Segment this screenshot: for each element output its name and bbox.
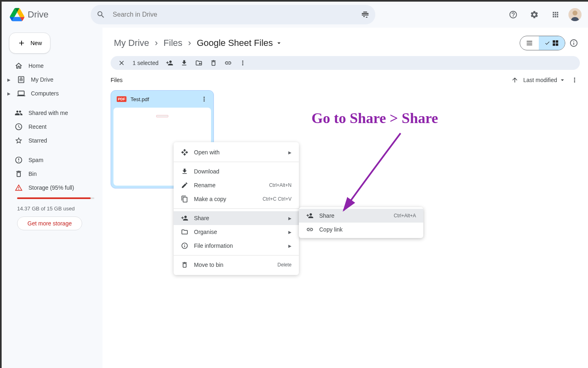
move-icon[interactable]	[195, 59, 203, 67]
details-button[interactable]	[569, 39, 578, 48]
info-icon	[181, 242, 188, 249]
breadcrumb: My Drive › Files › Google Sheet Files	[111, 36, 286, 50]
sidebar-item-my-drive[interactable]: ▶My Drive	[7, 73, 99, 86]
sidebar-label: Computers	[31, 90, 59, 97]
grid-icon	[552, 39, 559, 47]
sidebar-item-computers[interactable]: ▶Computers	[7, 87, 99, 100]
sort-dropdown[interactable]: Last modified	[523, 76, 566, 84]
computers-icon	[17, 89, 25, 97]
search-icon	[96, 10, 105, 19]
crumb-current[interactable]: Google Sheet Files	[194, 36, 286, 50]
more-icon[interactable]	[239, 59, 246, 67]
sidebar-label: Home	[28, 63, 44, 69]
sidebar-item-shared[interactable]: Shared with me	[7, 106, 99, 119]
spam-icon	[15, 156, 23, 164]
sidebar-label: Recent	[28, 123, 46, 130]
rename-icon	[181, 182, 188, 189]
bin-icon	[15, 170, 23, 178]
crumb-my-drive[interactable]: My Drive	[111, 36, 152, 50]
close-icon[interactable]	[118, 59, 125, 67]
menu-organise[interactable]: Organise▶	[174, 225, 299, 239]
storage-used-text: 14.37 GB of 15 GB used	[7, 202, 99, 216]
search-input[interactable]	[112, 11, 354, 19]
search-bar[interactable]	[91, 5, 375, 24]
sidebar-item-storage[interactable]: Storage (95% full)	[7, 181, 99, 194]
topbar: Drive	[2, 2, 588, 28]
new-button[interactable]: New	[9, 32, 50, 54]
svg-point-1	[573, 11, 577, 15]
download-icon[interactable]	[181, 59, 188, 67]
drive-logo[interactable]: Drive	[8, 6, 50, 24]
context-menu: Open with▶ Download RenameCtrl+Alt+N Mak…	[174, 142, 299, 275]
avatar-image	[568, 8, 581, 21]
chevron-right-icon: ▶	[288, 244, 292, 248]
menu-file-info[interactable]: File information▶	[174, 239, 299, 253]
list-view-button[interactable]	[520, 36, 539, 50]
sidebar: New Home ▶My Drive ▶Computers Shared wit…	[2, 28, 102, 368]
sidebar-label: Shared with me	[28, 110, 68, 116]
trash-icon[interactable]	[210, 59, 217, 67]
get-storage-button[interactable]: Get more storage	[17, 216, 82, 230]
sort-arrow-icon[interactable]	[511, 76, 518, 84]
crumb-files[interactable]: Files	[160, 36, 185, 50]
pdf-badge: PDF	[117, 96, 126, 102]
annotation-arrow	[333, 129, 415, 219]
grid-view-button[interactable]	[539, 36, 565, 50]
search-filters-icon[interactable]	[361, 10, 370, 19]
menu-make-copy[interactable]: Make a copyCtrl+C Ctrl+V	[174, 192, 299, 206]
share-person-icon[interactable]	[166, 59, 173, 67]
download-icon	[181, 168, 188, 175]
storage-progress	[17, 197, 94, 199]
sidebar-label: Starred	[28, 137, 47, 144]
plus-icon	[17, 39, 26, 48]
apps-button[interactable]	[547, 6, 564, 23]
sidebar-label: Bin	[28, 171, 37, 177]
chevron-right-icon: ▶	[288, 150, 292, 155]
sidebar-item-bin[interactable]: Bin	[7, 167, 99, 180]
account-avatar[interactable]	[568, 8, 581, 21]
sidebar-label: Spam	[28, 157, 44, 163]
chevron-icon: ›	[188, 38, 191, 48]
files-section-label: Files	[111, 77, 123, 83]
more-icon[interactable]	[571, 76, 578, 84]
sidebar-label: Storage (95% full)	[28, 184, 74, 191]
menu-open-with[interactable]: Open with▶	[174, 145, 299, 159]
selection-count: 1 selected	[133, 60, 159, 66]
file-name: Test.pdf	[131, 96, 149, 102]
submenu-copy-link[interactable]: Copy link	[299, 223, 423, 236]
chevron-right-icon[interactable]: ▶	[7, 78, 11, 82]
link-icon	[306, 226, 314, 233]
sidebar-item-recent[interactable]: Recent	[7, 120, 99, 133]
chevron-right-icon[interactable]: ▶	[7, 91, 11, 96]
sidebar-item-spam[interactable]: Spam	[7, 154, 99, 167]
sidebar-item-starred[interactable]: Starred	[7, 134, 99, 147]
list-icon	[526, 39, 533, 47]
sidebar-item-home[interactable]: Home	[7, 59, 99, 72]
gear-icon	[530, 10, 539, 19]
view-toggle	[520, 36, 565, 50]
drive-icon	[17, 76, 25, 84]
drive-logo-icon	[10, 7, 24, 22]
menu-rename[interactable]: RenameCtrl+Alt+N	[174, 178, 299, 192]
check-icon	[544, 40, 550, 46]
clock-icon	[15, 123, 23, 131]
annotation-text: Go to Share > Share	[311, 110, 438, 127]
chevron-right-icon: ▶	[288, 230, 292, 234]
copy-icon	[181, 195, 188, 203]
menu-move-to-bin[interactable]: Move to binDelete	[174, 258, 299, 272]
settings-button[interactable]	[526, 6, 542, 23]
share-icon	[306, 212, 314, 219]
menu-download[interactable]: Download	[174, 165, 299, 178]
star-icon	[15, 136, 23, 145]
selection-toolbar: 1 selected	[111, 56, 580, 70]
dropdown-icon	[275, 39, 283, 47]
file-more-icon[interactable]	[200, 95, 208, 103]
cloud-icon	[15, 184, 23, 192]
app-name: Drive	[28, 9, 48, 20]
home-icon	[15, 62, 23, 70]
link-icon[interactable]	[224, 59, 232, 67]
people-icon	[15, 109, 23, 117]
menu-share[interactable]: Share▶	[174, 211, 299, 225]
help-button[interactable]	[505, 6, 521, 23]
folder-icon	[181, 228, 188, 236]
